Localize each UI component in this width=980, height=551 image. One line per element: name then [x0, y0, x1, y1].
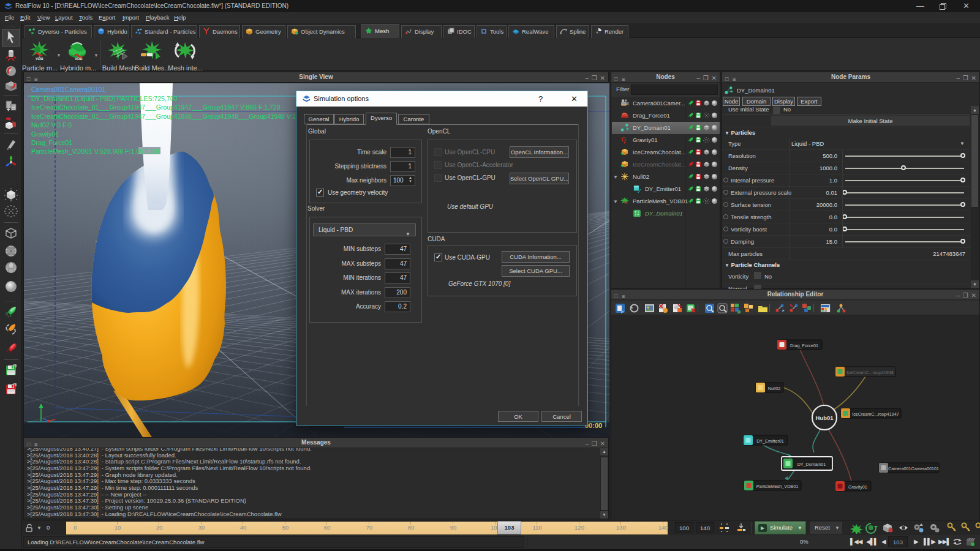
svg-text:Hub01: Hub01: [815, 414, 834, 421]
svg-text:Camera001Camera00101: Camera001Camera00101: [888, 466, 939, 471]
svg-text:DY_Emitter01: DY_Emitter01: [756, 438, 784, 444]
svg-text:IceCreamC...roup41948: IceCreamC...roup41948: [846, 370, 894, 375]
svg-text:VDB: VDB: [36, 57, 43, 61]
svg-text:DY_Domain01: DY_Domain01: [797, 462, 826, 467]
svg-text:G: G: [621, 136, 626, 143]
svg-text:ParticleMesh_VDB01: ParticleMesh_VDB01: [756, 484, 798, 489]
svg-text:Drag_Force01: Drag_Force01: [790, 343, 818, 348]
svg-text:IceCreamC...roup41947: IceCreamC...roup41947: [852, 411, 899, 417]
svg-text:Null02: Null02: [768, 386, 780, 391]
svg-text:Gravity01: Gravity01: [848, 484, 867, 490]
svg-text:VDB: VDB: [75, 57, 83, 61]
